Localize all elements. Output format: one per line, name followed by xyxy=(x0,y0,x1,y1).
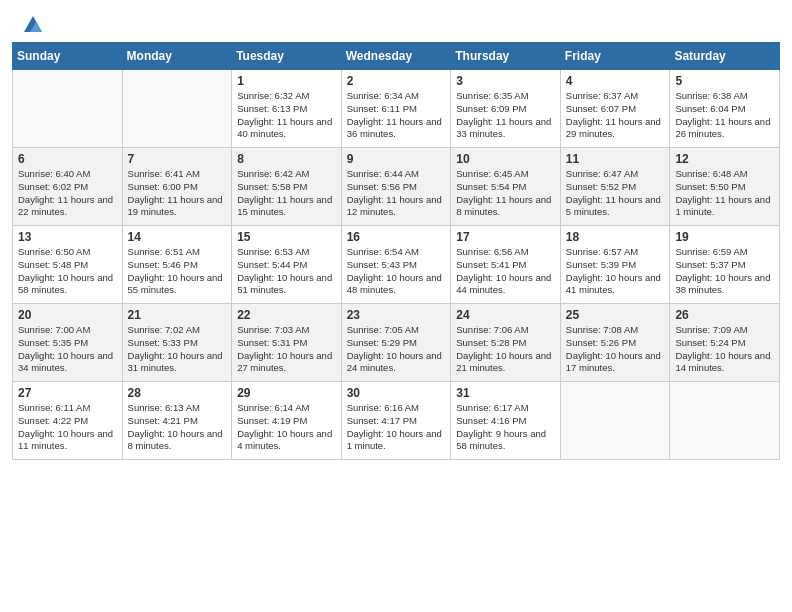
day-number: 10 xyxy=(456,152,555,166)
calendar-cell: 1Sunrise: 6:32 AM Sunset: 6:13 PM Daylig… xyxy=(232,70,342,148)
day-info: Sunrise: 6:59 AM Sunset: 5:37 PM Dayligh… xyxy=(675,246,774,297)
calendar-cell: 4Sunrise: 6:37 AM Sunset: 6:07 PM Daylig… xyxy=(560,70,670,148)
day-number: 29 xyxy=(237,386,336,400)
calendar-cell: 6Sunrise: 6:40 AM Sunset: 6:02 PM Daylig… xyxy=(13,148,123,226)
calendar-cell: 26Sunrise: 7:09 AM Sunset: 5:24 PM Dayli… xyxy=(670,304,780,382)
day-number: 28 xyxy=(128,386,227,400)
day-info: Sunrise: 6:32 AM Sunset: 6:13 PM Dayligh… xyxy=(237,90,336,141)
calendar-cell: 29Sunrise: 6:14 AM Sunset: 4:19 PM Dayli… xyxy=(232,382,342,460)
day-info: Sunrise: 6:16 AM Sunset: 4:17 PM Dayligh… xyxy=(347,402,446,453)
day-info: Sunrise: 6:17 AM Sunset: 4:16 PM Dayligh… xyxy=(456,402,555,453)
day-info: Sunrise: 7:09 AM Sunset: 5:24 PM Dayligh… xyxy=(675,324,774,375)
logo xyxy=(20,14,44,36)
calendar-cell: 31Sunrise: 6:17 AM Sunset: 4:16 PM Dayli… xyxy=(451,382,561,460)
day-number: 30 xyxy=(347,386,446,400)
calendar-cell: 2Sunrise: 6:34 AM Sunset: 6:11 PM Daylig… xyxy=(341,70,451,148)
day-info: Sunrise: 6:41 AM Sunset: 6:00 PM Dayligh… xyxy=(128,168,227,219)
weekday-header-thursday: Thursday xyxy=(451,43,561,70)
week-row-5: 27Sunrise: 6:11 AM Sunset: 4:22 PM Dayli… xyxy=(13,382,780,460)
day-number: 22 xyxy=(237,308,336,322)
calendar-cell: 19Sunrise: 6:59 AM Sunset: 5:37 PM Dayli… xyxy=(670,226,780,304)
day-info: Sunrise: 7:03 AM Sunset: 5:31 PM Dayligh… xyxy=(237,324,336,375)
day-number: 23 xyxy=(347,308,446,322)
day-info: Sunrise: 6:35 AM Sunset: 6:09 PM Dayligh… xyxy=(456,90,555,141)
day-number: 7 xyxy=(128,152,227,166)
calendar-wrapper: SundayMondayTuesdayWednesdayThursdayFrid… xyxy=(0,42,792,470)
day-number: 20 xyxy=(18,308,117,322)
day-info: Sunrise: 6:56 AM Sunset: 5:41 PM Dayligh… xyxy=(456,246,555,297)
calendar-cell: 10Sunrise: 6:45 AM Sunset: 5:54 PM Dayli… xyxy=(451,148,561,226)
day-info: Sunrise: 6:53 AM Sunset: 5:44 PM Dayligh… xyxy=(237,246,336,297)
calendar-cell: 12Sunrise: 6:48 AM Sunset: 5:50 PM Dayli… xyxy=(670,148,780,226)
day-number: 16 xyxy=(347,230,446,244)
weekday-header-sunday: Sunday xyxy=(13,43,123,70)
calendar-cell xyxy=(560,382,670,460)
calendar-cell: 28Sunrise: 6:13 AM Sunset: 4:21 PM Dayli… xyxy=(122,382,232,460)
day-number: 4 xyxy=(566,74,665,88)
calendar-cell: 9Sunrise: 6:44 AM Sunset: 5:56 PM Daylig… xyxy=(341,148,451,226)
calendar-cell xyxy=(122,70,232,148)
day-info: Sunrise: 6:54 AM Sunset: 5:43 PM Dayligh… xyxy=(347,246,446,297)
day-info: Sunrise: 6:11 AM Sunset: 4:22 PM Dayligh… xyxy=(18,402,117,453)
calendar-cell: 20Sunrise: 7:00 AM Sunset: 5:35 PM Dayli… xyxy=(13,304,123,382)
day-info: Sunrise: 6:37 AM Sunset: 6:07 PM Dayligh… xyxy=(566,90,665,141)
day-number: 26 xyxy=(675,308,774,322)
week-row-2: 6Sunrise: 6:40 AM Sunset: 6:02 PM Daylig… xyxy=(13,148,780,226)
calendar-cell: 25Sunrise: 7:08 AM Sunset: 5:26 PM Dayli… xyxy=(560,304,670,382)
day-info: Sunrise: 6:47 AM Sunset: 5:52 PM Dayligh… xyxy=(566,168,665,219)
calendar-cell: 23Sunrise: 7:05 AM Sunset: 5:29 PM Dayli… xyxy=(341,304,451,382)
calendar-cell: 18Sunrise: 6:57 AM Sunset: 5:39 PM Dayli… xyxy=(560,226,670,304)
calendar-cell: 11Sunrise: 6:47 AM Sunset: 5:52 PM Dayli… xyxy=(560,148,670,226)
day-info: Sunrise: 7:06 AM Sunset: 5:28 PM Dayligh… xyxy=(456,324,555,375)
calendar-cell: 7Sunrise: 6:41 AM Sunset: 6:00 PM Daylig… xyxy=(122,148,232,226)
day-info: Sunrise: 6:42 AM Sunset: 5:58 PM Dayligh… xyxy=(237,168,336,219)
weekday-header-row: SundayMondayTuesdayWednesdayThursdayFrid… xyxy=(13,43,780,70)
calendar-cell: 14Sunrise: 6:51 AM Sunset: 5:46 PM Dayli… xyxy=(122,226,232,304)
calendar-cell: 15Sunrise: 6:53 AM Sunset: 5:44 PM Dayli… xyxy=(232,226,342,304)
weekday-header-tuesday: Tuesday xyxy=(232,43,342,70)
day-number: 18 xyxy=(566,230,665,244)
weekday-header-wednesday: Wednesday xyxy=(341,43,451,70)
calendar-cell xyxy=(13,70,123,148)
day-number: 21 xyxy=(128,308,227,322)
day-info: Sunrise: 6:44 AM Sunset: 5:56 PM Dayligh… xyxy=(347,168,446,219)
calendar-cell: 3Sunrise: 6:35 AM Sunset: 6:09 PM Daylig… xyxy=(451,70,561,148)
logo-icon xyxy=(22,14,44,36)
day-info: Sunrise: 7:05 AM Sunset: 5:29 PM Dayligh… xyxy=(347,324,446,375)
week-row-1: 1Sunrise: 6:32 AM Sunset: 6:13 PM Daylig… xyxy=(13,70,780,148)
day-info: Sunrise: 6:50 AM Sunset: 5:48 PM Dayligh… xyxy=(18,246,117,297)
day-info: Sunrise: 7:00 AM Sunset: 5:35 PM Dayligh… xyxy=(18,324,117,375)
weekday-header-monday: Monday xyxy=(122,43,232,70)
day-number: 2 xyxy=(347,74,446,88)
day-number: 15 xyxy=(237,230,336,244)
day-number: 19 xyxy=(675,230,774,244)
day-number: 3 xyxy=(456,74,555,88)
weekday-header-friday: Friday xyxy=(560,43,670,70)
day-info: Sunrise: 7:08 AM Sunset: 5:26 PM Dayligh… xyxy=(566,324,665,375)
page-header xyxy=(0,0,792,42)
day-number: 17 xyxy=(456,230,555,244)
calendar-cell: 30Sunrise: 6:16 AM Sunset: 4:17 PM Dayli… xyxy=(341,382,451,460)
day-number: 6 xyxy=(18,152,117,166)
day-info: Sunrise: 6:14 AM Sunset: 4:19 PM Dayligh… xyxy=(237,402,336,453)
day-info: Sunrise: 6:57 AM Sunset: 5:39 PM Dayligh… xyxy=(566,246,665,297)
day-number: 31 xyxy=(456,386,555,400)
day-number: 8 xyxy=(237,152,336,166)
calendar-cell: 8Sunrise: 6:42 AM Sunset: 5:58 PM Daylig… xyxy=(232,148,342,226)
calendar-cell: 5Sunrise: 6:38 AM Sunset: 6:04 PM Daylig… xyxy=(670,70,780,148)
day-number: 27 xyxy=(18,386,117,400)
calendar-cell: 17Sunrise: 6:56 AM Sunset: 5:41 PM Dayli… xyxy=(451,226,561,304)
calendar-cell: 13Sunrise: 6:50 AM Sunset: 5:48 PM Dayli… xyxy=(13,226,123,304)
day-number: 9 xyxy=(347,152,446,166)
weekday-header-saturday: Saturday xyxy=(670,43,780,70)
calendar-cell: 24Sunrise: 7:06 AM Sunset: 5:28 PM Dayli… xyxy=(451,304,561,382)
week-row-4: 20Sunrise: 7:00 AM Sunset: 5:35 PM Dayli… xyxy=(13,304,780,382)
calendar-table: SundayMondayTuesdayWednesdayThursdayFrid… xyxy=(12,42,780,460)
day-info: Sunrise: 6:45 AM Sunset: 5:54 PM Dayligh… xyxy=(456,168,555,219)
day-number: 12 xyxy=(675,152,774,166)
day-info: Sunrise: 6:13 AM Sunset: 4:21 PM Dayligh… xyxy=(128,402,227,453)
week-row-3: 13Sunrise: 6:50 AM Sunset: 5:48 PM Dayli… xyxy=(13,226,780,304)
calendar-cell: 27Sunrise: 6:11 AM Sunset: 4:22 PM Dayli… xyxy=(13,382,123,460)
calendar-cell: 16Sunrise: 6:54 AM Sunset: 5:43 PM Dayli… xyxy=(341,226,451,304)
day-info: Sunrise: 6:51 AM Sunset: 5:46 PM Dayligh… xyxy=(128,246,227,297)
